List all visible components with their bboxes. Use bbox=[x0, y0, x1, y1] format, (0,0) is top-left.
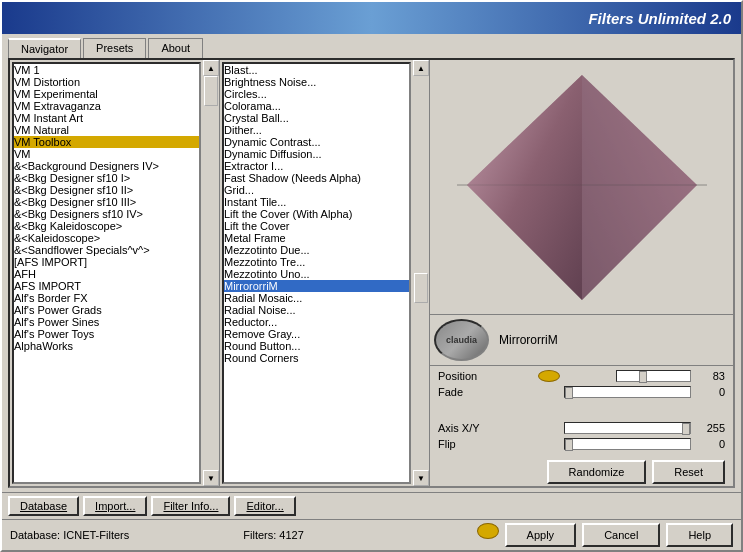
diamond-preview bbox=[457, 65, 707, 305]
list-item[interactable]: Circles... bbox=[224, 88, 409, 100]
filter-scroll-up[interactable]: ▲ bbox=[413, 60, 429, 76]
list-item[interactable]: VM 1 bbox=[14, 64, 199, 76]
main-window: Filters Unlimited 2.0 Navigator Presets … bbox=[0, 0, 743, 552]
tab-navigator[interactable]: Navigator bbox=[8, 38, 81, 58]
list-item[interactable]: Radial Noise... bbox=[224, 304, 409, 316]
main-content: VM 1VM DistortionVM ExperimentalVM Extra… bbox=[8, 58, 735, 488]
tab-presets[interactable]: Presets bbox=[83, 38, 146, 58]
param-position-thumb[interactable] bbox=[639, 371, 647, 383]
list-item[interactable]: Alf's Power Toys bbox=[14, 328, 199, 340]
param-fade-label: Fade bbox=[438, 386, 538, 398]
param-position-gear bbox=[538, 370, 560, 382]
left-panel: VM 1VM DistortionVM ExperimentalVM Extra… bbox=[10, 60, 220, 486]
list-item[interactable]: &<Background Designers IV> bbox=[14, 160, 199, 172]
list-item[interactable]: Mezzotinto Uno... bbox=[224, 268, 409, 280]
middle-panel: Blast...Brightness Noise...Circles...Col… bbox=[220, 60, 430, 486]
list-item[interactable]: Alf's Power Grads bbox=[14, 304, 199, 316]
editor-button[interactable]: Editor... bbox=[234, 496, 295, 516]
list-item[interactable]: Extractor I... bbox=[224, 160, 409, 172]
category-scroll-down[interactable]: ▼ bbox=[203, 470, 219, 486]
filter-scroll-down[interactable]: ▼ bbox=[413, 470, 429, 486]
randomize-row: Randomize Reset bbox=[430, 458, 733, 486]
param-axis-label: Axis X/Y bbox=[438, 422, 538, 434]
list-item[interactable]: VM Experimental bbox=[14, 88, 199, 100]
list-item[interactable]: &<Bkg Designer sf10 II> bbox=[14, 184, 199, 196]
param-position-value: 83 bbox=[695, 370, 725, 382]
filter-list[interactable]: Blast...Brightness Noise...Circles...Col… bbox=[222, 62, 411, 484]
category-scroll-thumb[interactable] bbox=[204, 76, 218, 106]
list-item[interactable]: Lift the Cover (With Alpha) bbox=[224, 208, 409, 220]
help-button[interactable]: Help bbox=[666, 523, 733, 547]
list-item[interactable]: Dither... bbox=[224, 124, 409, 136]
list-item[interactable]: &<Sandflower Specials^v^> bbox=[14, 244, 199, 256]
list-item[interactable]: VM Instant Art bbox=[14, 112, 199, 124]
param-flip-value: 0 bbox=[695, 438, 725, 450]
param-position-track[interactable] bbox=[616, 370, 692, 382]
list-item[interactable]: [AFS IMPORT] bbox=[14, 256, 199, 268]
param-position: Position 83 bbox=[438, 370, 725, 382]
app-title: Filters Unlimited 2.0 bbox=[588, 10, 731, 27]
list-item[interactable]: VM bbox=[14, 148, 199, 160]
list-item[interactable]: Radial Mosaic... bbox=[224, 292, 409, 304]
list-item[interactable]: &<Bkg Kaleidoscope> bbox=[14, 220, 199, 232]
category-list[interactable]: VM 1VM DistortionVM ExperimentalVM Extra… bbox=[12, 62, 201, 484]
list-item[interactable]: Blast... bbox=[224, 64, 409, 76]
list-item[interactable]: VM Natural bbox=[14, 124, 199, 136]
checkered-bg bbox=[430, 60, 733, 314]
tab-about[interactable]: About bbox=[148, 38, 203, 58]
list-item[interactable]: &<Bkg Designer sf10 I> bbox=[14, 172, 199, 184]
list-item[interactable]: VM Distortion bbox=[14, 76, 199, 88]
list-item[interactable]: VM Toolbox bbox=[14, 136, 199, 148]
list-item[interactable]: Crystal Ball... bbox=[224, 112, 409, 124]
param-fade-thumb[interactable] bbox=[565, 387, 573, 399]
list-item[interactable]: Round Button... bbox=[224, 340, 409, 352]
list-item[interactable]: Alf's Power Sines bbox=[14, 316, 199, 328]
list-item[interactable]: &<Bkg Designers sf10 IV> bbox=[14, 208, 199, 220]
param-fade-track[interactable] bbox=[564, 386, 691, 398]
list-item[interactable]: Fast Shadow (Needs Alpha) bbox=[224, 172, 409, 184]
list-item[interactable]: Alf's Border FX bbox=[14, 292, 199, 304]
reset-button[interactable]: Reset bbox=[652, 460, 725, 484]
list-item[interactable]: Remove Gray... bbox=[224, 328, 409, 340]
action-buttons: Apply Cancel Help bbox=[477, 523, 733, 547]
list-item[interactable]: Colorama... bbox=[224, 100, 409, 112]
cancel-button[interactable]: Cancel bbox=[582, 523, 660, 547]
list-item[interactable]: Mezzotinto Due... bbox=[224, 244, 409, 256]
list-item[interactable]: Reductor... bbox=[224, 316, 409, 328]
list-item[interactable]: Round Corners bbox=[224, 352, 409, 364]
status-filters-value: 4127 bbox=[279, 529, 303, 541]
category-scroll-track[interactable] bbox=[203, 76, 219, 470]
list-item[interactable]: VM Extravaganza bbox=[14, 100, 199, 112]
list-item[interactable]: Lift the Cover bbox=[224, 220, 409, 232]
bottom-toolbar: Database Import... Filter Info... Editor… bbox=[2, 492, 741, 519]
category-scroll-up[interactable]: ▲ bbox=[203, 60, 219, 76]
list-item[interactable]: MirrororriM bbox=[224, 280, 409, 292]
filter-scroll-thumb[interactable] bbox=[414, 273, 428, 303]
list-item[interactable]: AFS IMPORT bbox=[14, 280, 199, 292]
param-axis-thumb[interactable] bbox=[682, 423, 690, 435]
list-item[interactable]: Metal Frame bbox=[224, 232, 409, 244]
database-button[interactable]: Database bbox=[8, 496, 79, 516]
list-item[interactable]: &<Kaleidoscope> bbox=[14, 232, 199, 244]
param-flip-thumb[interactable] bbox=[565, 439, 573, 451]
list-item[interactable]: AFH bbox=[14, 268, 199, 280]
param-flip-track[interactable] bbox=[564, 438, 691, 450]
status-db-label: Database: bbox=[10, 529, 60, 541]
apply-button[interactable]: Apply bbox=[505, 523, 577, 547]
list-item[interactable]: AlphaWorks bbox=[14, 340, 199, 352]
list-item[interactable]: &<Bkg Designer sf10 III> bbox=[14, 196, 199, 208]
list-item[interactable]: Dynamic Diffusion... bbox=[224, 148, 409, 160]
title-bar: Filters Unlimited 2.0 bbox=[2, 2, 741, 34]
randomize-button[interactable]: Randomize bbox=[547, 460, 647, 484]
list-item[interactable]: Instant Tile... bbox=[224, 196, 409, 208]
list-item[interactable]: Brightness Noise... bbox=[224, 76, 409, 88]
list-item[interactable]: Mezzotinto Tre... bbox=[224, 256, 409, 268]
list-item[interactable]: Dynamic Contrast... bbox=[224, 136, 409, 148]
filter-scroll-track[interactable] bbox=[413, 76, 429, 470]
svg-marker-3 bbox=[467, 75, 582, 300]
filter-info-button[interactable]: Filter Info... bbox=[151, 496, 230, 516]
param-flip-label: Flip bbox=[438, 438, 538, 450]
param-axis-track[interactable] bbox=[564, 422, 691, 434]
list-item[interactable]: Grid... bbox=[224, 184, 409, 196]
import-button[interactable]: Import... bbox=[83, 496, 147, 516]
